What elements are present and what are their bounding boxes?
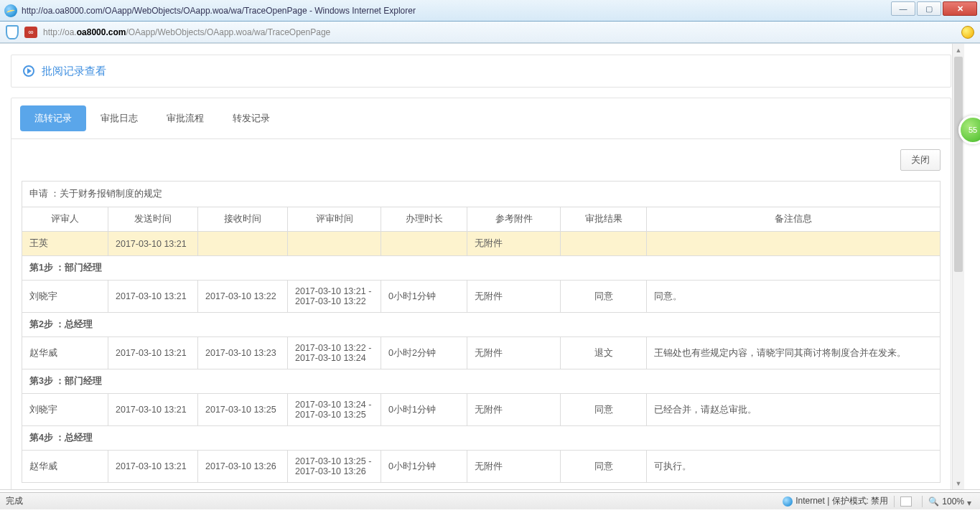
bullet-icon [23,65,34,77]
step-header: 第3步 ：部门经理 [22,369,941,394]
status-left: 完成 [6,495,23,507]
globe-icon [783,496,793,507]
col-send: 发送时间 [108,207,198,232]
window-maximize-button[interactable]: ▢ [917,1,941,16]
status-bar: 完成 Internet | 保护模式: 禁用 🔍 100% ▾ [0,492,980,509]
window-minimize-button[interactable]: ― [891,1,915,16]
col-recv: 接收时间 [198,207,288,232]
tab-forward-record[interactable]: 转发记录 [218,105,284,131]
step-header: 第1步 ：部门经理 [22,256,941,281]
trace-table: 申请 ：关于财务报销制度的规定 评审人 发送时间 接收时间 评审时间 办理时长 … [22,181,941,483]
scroll-thumb[interactable] [954,57,963,272]
window-close-button[interactable]: ✕ [943,1,977,16]
ie-icon [4,4,17,17]
close-button-top[interactable]: 关闭 [900,149,941,171]
status-zone: Internet | 保护模式: 禁用 [795,495,888,507]
zoom-icon[interactable]: 🔍 [928,496,939,507]
tab-bar: 流转记录 审批日志 审批流程 转发记录 [11,98,951,139]
page-header: 批阅记录查看 [11,55,951,88]
tab-approval-log[interactable]: 审批日志 [86,105,152,131]
step-header: 第2步 ：总经理 [22,313,941,337]
scroll-up-button[interactable]: ▲ [953,44,964,56]
zoom-level: 100% [942,496,964,507]
step-row: 赵华威2017-03-10 13:212017-03-10 13:232017-… [22,337,941,369]
browser-viewport: 批阅记录查看 流转记录 审批日志 审批流程 转发记录 关闭 [0,43,980,489]
window-titlebar: http://oa.oa8000.com/OAapp/WebObjects/OA… [0,0,980,22]
step-row: 刘晓宇2017-03-10 13:212017-03-10 13:252017-… [22,394,941,426]
zoom-dropdown[interactable]: ▾ [967,498,974,505]
window-title: http://oa.oa8000.com/OAapp/WebObjects/OA… [22,6,416,16]
step-row: 刘晓宇2017-03-10 13:212017-03-10 13:222017-… [22,281,941,313]
current-row: 王英 2017-03-10 13:21 无附件 [22,232,941,256]
tab-approval-flow[interactable]: 审批流程 [152,105,218,131]
shield-icon[interactable] [6,25,19,39]
step-header: 第4步 ：总经理 [22,426,941,451]
table-header-row: 评审人 发送时间 接收时间 评审时间 办理时长 参考附件 审批结果 备注信息 [22,207,941,232]
address-text[interactable]: http://oa.oa8000.com/OAapp/WebObjects/OA… [43,27,330,37]
vertical-scrollbar[interactable]: ▲ ▼ [952,44,964,489]
smiley-icon[interactable] [961,26,974,39]
status-box-icon[interactable] [900,496,912,507]
favicon: ∞ [24,27,37,38]
tab-flow-record[interactable]: 流转记录 [20,105,86,131]
col-reviewer: 评审人 [22,207,108,232]
col-remark: 备注信息 [647,207,941,232]
scroll-down-button[interactable]: ▼ [953,477,964,489]
col-duration: 办理时长 [381,207,467,232]
step-row: 赵华威2017-03-10 13:212017-03-10 13:262017-… [22,451,941,483]
col-attach: 参考附件 [467,207,561,232]
page-title: 批阅记录查看 [42,65,106,78]
address-bar: ∞ http://oa.oa8000.com/OAapp/WebObjects/… [0,22,980,43]
main-panel: 流转记录 审批日志 审批流程 转发记录 关闭 申请 ：关于财务报销制度的规 [11,98,951,489]
col-review: 评审时间 [288,207,381,232]
table-banner: 申请 ：关于财务报销制度的规定 [22,182,941,207]
col-result: 审批结果 [561,207,647,232]
